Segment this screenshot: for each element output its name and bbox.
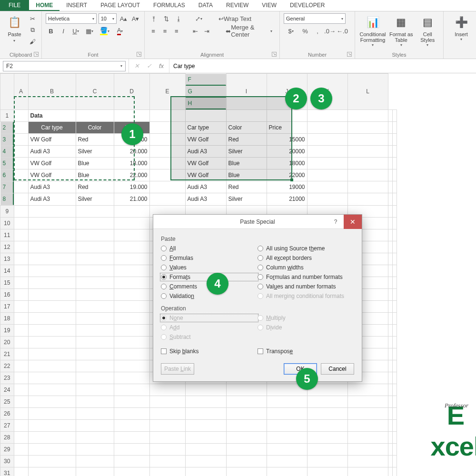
- cell-L11[interactable]: [392, 229, 397, 241]
- cell-C21[interactable]: [76, 348, 114, 360]
- cell-C18[interactable]: [76, 312, 114, 324]
- cell-L6[interactable]: [392, 169, 397, 181]
- cell-J25[interactable]: [347, 396, 388, 407]
- cell-F2[interactable]: Car type: [185, 121, 226, 134]
- cell-A21[interactable]: [14, 348, 28, 360]
- row-header-17[interactable]: 17: [0, 300, 14, 312]
- cell-L23[interactable]: [392, 372, 397, 384]
- bold-button[interactable]: B: [46, 26, 56, 36]
- cell-D7[interactable]: 19.000: [114, 181, 149, 193]
- col-header-E[interactable]: E: [149, 74, 185, 110]
- cell-H28[interactable]: [267, 431, 307, 443]
- wrap-text-button[interactable]: ↩ Wrap Text: [215, 13, 255, 24]
- cell-L17[interactable]: [392, 300, 397, 312]
- cell-D30[interactable]: [114, 455, 149, 467]
- cell-B30[interactable]: [28, 455, 76, 467]
- cell-L18[interactable]: [392, 312, 397, 324]
- cell-F1[interactable]: [185, 109, 226, 121]
- cell-B26[interactable]: [28, 407, 76, 419]
- number-format-select[interactable]: General▾: [284, 13, 346, 24]
- cell-E25[interactable]: [149, 396, 185, 407]
- row-header-7[interactable]: 7: [0, 181, 14, 193]
- cell-B2[interactable]: Car type: [28, 121, 76, 134]
- cell-G24[interactable]: [226, 384, 267, 396]
- row-header-26[interactable]: 26: [0, 407, 14, 419]
- row-header-29[interactable]: 29: [0, 443, 14, 455]
- cell-B20[interactable]: [28, 336, 76, 348]
- row-header-3[interactable]: 3: [0, 134, 14, 146]
- tab-view[interactable]: VIEW: [255, 0, 283, 11]
- cell-A15[interactable]: [14, 277, 28, 288]
- align-middle-button[interactable]: ⇅: [161, 13, 171, 24]
- align-bottom-button[interactable]: ⭳: [173, 13, 184, 24]
- cell-E8[interactable]: [149, 193, 185, 206]
- cell-C27[interactable]: [76, 419, 114, 431]
- cell-H29[interactable]: [267, 443, 307, 455]
- decrease-indent-button[interactable]: ⇤: [190, 26, 200, 36]
- cell-B15[interactable]: [28, 277, 76, 288]
- radio-widths[interactable]: Column widths: [258, 264, 354, 271]
- conditional-formatting-button[interactable]: 📊Conditional Formatting▾: [359, 13, 387, 48]
- cell-K23[interactable]: [388, 372, 392, 384]
- cell-K19[interactable]: [388, 324, 392, 336]
- cell-F25[interactable]: [185, 396, 226, 407]
- cell-E28[interactable]: [149, 431, 185, 443]
- cell-D1[interactable]: [114, 109, 149, 121]
- align-center-button[interactable]: ≡: [160, 26, 169, 36]
- cell-J27[interactable]: [347, 419, 388, 431]
- cell-H31[interactable]: [267, 467, 307, 476]
- row-header-30[interactable]: 30: [0, 455, 14, 467]
- cell-G29[interactable]: [226, 443, 267, 455]
- cell-J6[interactable]: [347, 169, 388, 181]
- cell-K1[interactable]: [388, 109, 392, 121]
- cell-B6[interactable]: VW Golf: [28, 169, 76, 181]
- col-header-G[interactable]: G: [186, 86, 226, 98]
- cell-K13[interactable]: [388, 253, 392, 265]
- cell-L21[interactable]: [392, 348, 397, 360]
- cell-C20[interactable]: [76, 336, 114, 348]
- cell-C28[interactable]: [76, 431, 114, 443]
- radio-values[interactable]: Values: [161, 264, 258, 271]
- cancel-edit-icon[interactable]: ✕: [131, 62, 142, 69]
- cell-C7[interactable]: Red: [76, 181, 114, 193]
- fill-color-button[interactable]: 🪣▾: [98, 26, 111, 36]
- cell-B18[interactable]: [28, 312, 76, 324]
- paste-button[interactable]: 📋 Paste▾: [4, 13, 25, 45]
- cell-L16[interactable]: [392, 288, 397, 300]
- cell-A6[interactable]: [14, 169, 28, 181]
- cell-K29[interactable]: [388, 443, 392, 455]
- radio-fnf[interactable]: Formulas and number formats: [258, 274, 354, 280]
- paste-link-button[interactable]: Paste Link: [161, 363, 194, 375]
- cell-K9[interactable]: [388, 205, 392, 217]
- align-left-button[interactable]: ≡: [149, 26, 158, 36]
- cell-D10[interactable]: [114, 217, 149, 229]
- cell-E27[interactable]: [149, 419, 185, 431]
- cell-E26[interactable]: [149, 407, 185, 419]
- cell-D31[interactable]: [114, 467, 149, 476]
- alignment-launcher-icon[interactable]: ↘: [272, 52, 277, 57]
- cell-D20[interactable]: [114, 336, 149, 348]
- cell-G8[interactable]: Silver: [226, 193, 267, 206]
- cell-C30[interactable]: [76, 455, 114, 467]
- cell-L1[interactable]: [392, 109, 397, 121]
- tab-insert[interactable]: INSERT: [60, 0, 94, 11]
- cell-G31[interactable]: [226, 467, 267, 476]
- cell-D6[interactable]: 22.000: [114, 169, 149, 181]
- cell-B22[interactable]: [28, 360, 76, 372]
- fx-icon[interactable]: fx: [156, 62, 167, 69]
- cell-C29[interactable]: [76, 443, 114, 455]
- cell-B3[interactable]: VW Golf: [28, 134, 76, 146]
- cell-A12[interactable]: [14, 241, 28, 253]
- cell-H5[interactable]: 18000: [267, 158, 307, 169]
- cell-A22[interactable]: [14, 360, 28, 372]
- cell-L5[interactable]: [392, 158, 397, 169]
- cell-I6[interactable]: [307, 169, 347, 181]
- radio-vnf[interactable]: Values and number formats: [258, 283, 354, 290]
- cell-K8[interactable]: [388, 193, 392, 206]
- row-header-8[interactable]: 8: [0, 193, 14, 205]
- cell-L25[interactable]: [392, 396, 397, 407]
- cell-A20[interactable]: [14, 336, 28, 348]
- cell-L26[interactable]: [392, 407, 397, 419]
- cell-B4[interactable]: Audi A3: [28, 146, 76, 158]
- cell-K15[interactable]: [388, 277, 392, 288]
